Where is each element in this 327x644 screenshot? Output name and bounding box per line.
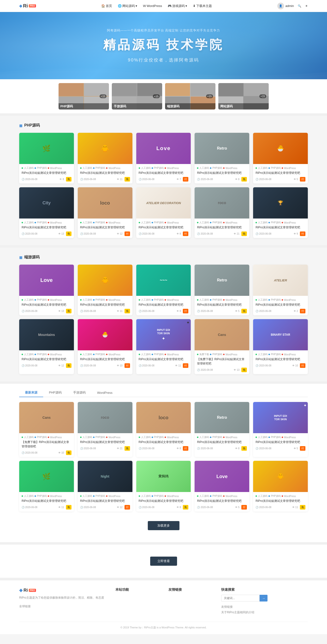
card-thumb: Cans [19, 402, 74, 433]
card-input-editor[interactable]: INPUT EDITOR SKIN ✦ ✦ 人工源码PHP源码WordPress… [136, 319, 191, 374]
card-thumb: ~~~ [136, 264, 191, 296]
tab-wordpress[interactable]: WordPress [91, 389, 118, 397]
card-title: RiPro演示站贴测试文章管理研究吧 [21, 302, 71, 307]
footer-link-2[interactable]: 关于RiPro主题相同的介绍 [221, 610, 308, 614]
card[interactable]: 🏆 人工源码PHP源码WordPress RiPro演示站贴测试文章管理研究吧 … [253, 187, 308, 238]
card-title: RiPro演示站贴测试文章管理研究吧 [197, 171, 247, 175]
card[interactable]: roco 人工源码PHP源码WordPress RiPro演示站贴测试文章管理研… [195, 187, 249, 238]
logo[interactable]: ◆ Ri PRO [19, 3, 36, 9]
card-thumb: 🏆 [253, 187, 308, 218]
php-section-title: ▦ PHP源码 [19, 123, 308, 128]
load-more-button[interactable]: 加载更多 [148, 521, 179, 530]
footer-search-input[interactable] [221, 595, 260, 602]
search-icon[interactable]: 🔍 [298, 4, 301, 8]
promo-section: 立即查看 [0, 544, 327, 578]
card[interactable]: Love 人工源码PHP源码WordPress RiPro演示站贴测试文章管理研… [136, 133, 191, 184]
footer-contact: 全球链接 [19, 604, 106, 609]
card[interactable]: loco 人工源码PHP源码WordPress RiPro演示站贴测试文章管理研… [78, 187, 132, 238]
card[interactable]: loco 人工源码PHP源码WordPress RiPro演示站贴测试文章管理研… [136, 402, 191, 457]
card-thumb: Love [19, 264, 74, 296]
divider-3 [0, 381, 327, 384]
card[interactable]: Retro 人工源码PHP源码WordPress RiPro演示站贴测试文章管理… [195, 133, 249, 184]
card[interactable]: 🐣 人工源码PHP源码WordPress RiPro演示站贴测试文章管理研究吧 … [253, 133, 308, 184]
footer-link-1[interactable]: 友情链接 [221, 605, 308, 609]
tab-latest[interactable]: 最新来源 [19, 388, 43, 397]
card-thumb-input-editor-2: INPUT EDITOR SKIN ✦ [253, 402, 308, 433]
footer-desc: RiPro主题是为了给您提供极致体验而设计的，简洁、精致、有态度 [19, 595, 106, 600]
card-thumb: ATELIER DECORATION [136, 187, 191, 218]
card-title: RiPro演示站贴测试文章管理研究吧 [21, 171, 71, 175]
card-title: RiPro演示站贴测试文章管理研究吧 [197, 225, 247, 230]
card-title: 【免费下载】RiPro演示站贴测试文章管理借助吧 [21, 440, 71, 448]
tab-php[interactable]: PHP源码 [43, 388, 67, 397]
cat-website[interactable]: 网站源码 +15 [218, 83, 269, 110]
footer-search-button[interactable]: → [260, 595, 268, 602]
nav-game-source[interactable]: 🎮 游戏源码 ▾ [168, 4, 187, 8]
cat-php[interactable]: PHP源码 +15 [58, 83, 109, 110]
card[interactable]: 🌿 人工源码PHP源码WordPress RiPro演示站贴测试文章管理研究吧 … [19, 133, 74, 184]
card-input-editor-2[interactable]: INPUT EDITOR SKIN ✦ 人工源码PHP源码WordPress R… [253, 402, 308, 457]
card[interactable]: 🐥 人工源码PHP源码WordPress RiPro演示站贴测试文章管理研究吧 … [78, 264, 132, 315]
promo-button[interactable]: 立即查看 [150, 556, 177, 566]
nav-user[interactable]: 👤 admin [277, 3, 294, 9]
card-title: RiPro演示站贴测试文章管理研究吧 [80, 440, 130, 444]
php-section-icon: ▦ [19, 124, 22, 128]
card-thumb: Retro [195, 133, 249, 164]
tabs-section: 最新来源 PHP源码 手游源码 WordPress Cans 人工源码PHP源码… [0, 384, 327, 542]
card[interactable]: City 人工源码PHP源码WordPress RiPro演示站贴测试文章管理研… [19, 187, 74, 238]
card-thumb: 🐥 [253, 461, 308, 492]
card[interactable]: 🐥 人工源码PHP源码WordPress RiPro演示站贴测试文章管理研究吧 … [253, 461, 308, 512]
card[interactable]: ATELIER DECORATION 人工源码PHP源码WordPress Ri… [136, 187, 191, 238]
card[interactable]: 🌿 人工源码PHP源码WordPress RiPro演示站贴测试文章管理研究吧 … [19, 461, 74, 512]
nav-download-theme[interactable]: ⬇ 下载本主题 [193, 4, 212, 8]
card-title: RiPro演示站贴测试文章管理研究吧 [139, 225, 189, 230]
card[interactable]: Love 人工源码PHP源码WordPress RiPro演示站贴测试文章管理研… [19, 264, 74, 315]
nav-home[interactable]: 🏠 首页 [101, 4, 112, 8]
card-title: RiPro演示站贴测试文章管理研究吧 [256, 302, 306, 307]
card-thumb: 🐣 [78, 319, 132, 350]
footer-col-3: 快速搜索 → 友情链接 关于RiPro主题相同的介绍 [221, 588, 308, 616]
game-section: ▦ 端游源码 Love 人工源码PHP源码WordPress RiPro演示站贴… [0, 248, 327, 381]
card-thumb: 🐥 [78, 133, 132, 164]
card-thumb: roco [195, 187, 249, 218]
card[interactable]: ATELIER 人工源码PHP源码WordPress RiPro演示站贴测试文章… [253, 264, 308, 315]
tabs-card-grid: Cans 人工源码PHP源码WordPress 【免费下载】RiPro演示站贴测… [19, 402, 308, 512]
card-title: RiPro演示站贴测试文章管理研究吧 [256, 357, 306, 362]
card-title: RiPro演示站贴测试文章管理研究吧 [80, 171, 130, 175]
card[interactable]: Cans 免费下载PHP源码WordPress 【免费下载】RiPro演示站贴测… [195, 319, 249, 374]
card-thumb-input-editor: INPUT EDITOR SKIN ✦ ✦ [136, 319, 191, 350]
card[interactable]: ~~~ 人工源码PHP源码WordPress RiPro演示站贴测试文章管理研究… [136, 264, 191, 315]
card[interactable]: Retro 人工源码PHP源码WordPress RiPro演示站贴测试文章管理… [195, 402, 249, 457]
card[interactable]: Night 人工源码PHP源码WordPress RiPro演示站贴测试文章管理… [78, 461, 132, 512]
card-thumb: City [19, 187, 74, 218]
card[interactable]: 🐥 人工源码PHP源码WordPress RiPro演示站贴测试文章管理研究吧 … [78, 133, 132, 184]
card-price: 免 [66, 177, 71, 182]
footer-col-1-title: 本站功能 [115, 588, 159, 592]
card-title: RiPro演示站贴测试文章管理研究吧 [139, 171, 189, 175]
card-title: RiPro演示站贴测试文章管理研究吧 [256, 499, 306, 503]
card-title: RiPro演示站贴测试文章管理研究吧 [21, 357, 71, 362]
card-date: 🕐 2020-06-08 [21, 178, 37, 180]
nav-wordpress[interactable]: W WordPress [143, 4, 162, 8]
card-thumb: 黄焖鸡 [136, 461, 191, 492]
theme-toggle-icon[interactable]: ☀ [305, 4, 308, 8]
cat-pc-game[interactable]: 端游源码 +15 [165, 83, 215, 110]
card[interactable]: Mountains 人工源码PHP源码WordPress RiPro演示站贴测试… [19, 319, 74, 374]
card[interactable]: Cans 人工源码PHP源码WordPress 【免费下载】RiPro演示站贴测… [19, 402, 74, 457]
card[interactable]: 🐣 人工源码PHP源码WordPress RiPro演示站贴测试文章管理研究吧 … [78, 319, 132, 374]
card-title: RiPro演示站贴测试文章管理研究吧 [80, 357, 130, 362]
card-title: RiPro演示站贴测试文章管理研究吧 [139, 357, 189, 362]
tab-mobile-game[interactable]: 手游源码 [67, 388, 91, 397]
card-title: RiPro演示站贴测试文章管理研究吧 [139, 499, 189, 503]
hero-banner: 阿奇源码——一个高级程序员开发平台 高端定制 让您的竞争对手失去竞争力 精品源码… [0, 12, 327, 79]
card[interactable]: Retro 人工源码PHP源码WordPress RiPro演示站贴测试文章管理… [195, 264, 249, 315]
nav-site-source[interactable]: 🌐 网站源码 ▾ [118, 4, 137, 8]
cat-mobile-game[interactable]: 手游源码 +15 [112, 83, 162, 110]
card[interactable]: roco 人工源码PHP源码WordPress RiPro演示站贴测试文章管理研… [78, 402, 132, 457]
card[interactable]: Love 人工源码PHP源码WordPress RiPro演示站贴测试文章管理研… [195, 461, 249, 512]
cat-mobile-game-label: 手游源码 [112, 103, 162, 110]
card-title: RiPro演示站贴测试文章管理研究吧 [197, 499, 247, 503]
card-thumb: loco [78, 187, 132, 218]
card[interactable]: BINARY STAR 人工源码PHP源码WordPress RiPro演示站贴… [253, 319, 308, 374]
card[interactable]: 黄焖鸡 人工源码PHP源码WordPress RiPro演示站贴测试文章管理研究… [136, 461, 191, 512]
